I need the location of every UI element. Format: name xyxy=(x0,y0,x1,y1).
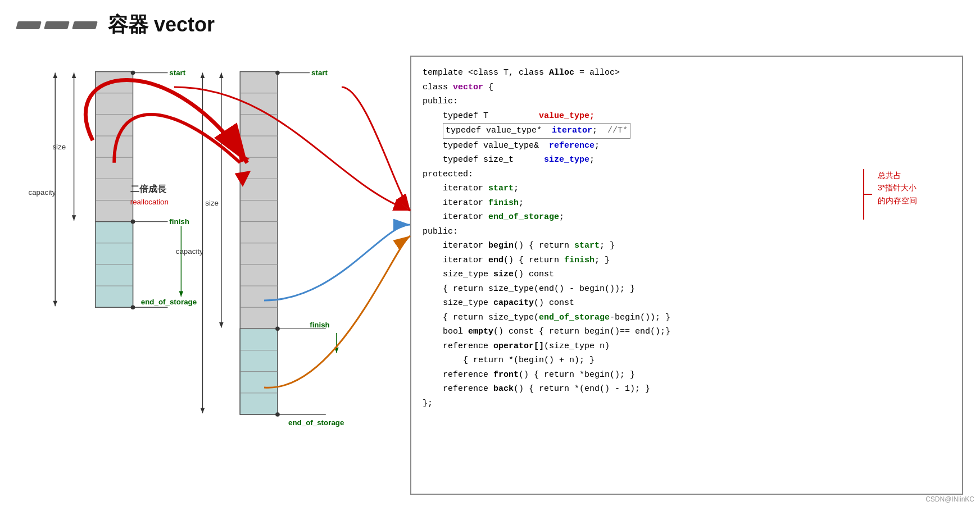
code-line-13: iterator begin() { return start; } xyxy=(423,239,951,253)
svg-text:start: start xyxy=(311,69,328,77)
icon-bar-2 xyxy=(44,21,70,29)
svg-text:size: size xyxy=(52,143,66,151)
svg-text:capacity: capacity xyxy=(29,188,56,197)
svg-text:start: start xyxy=(169,69,185,77)
svg-text:size: size xyxy=(205,199,219,207)
svg-marker-62 xyxy=(201,73,205,79)
header: 容器 vector xyxy=(17,11,963,39)
page-title: 容器 vector xyxy=(108,11,215,39)
code-line-14: iterator end() { return finish; } xyxy=(423,253,951,268)
code-line-19: bool empty() const { return begin()== en… xyxy=(423,325,951,339)
svg-point-27 xyxy=(131,305,135,309)
svg-point-57 xyxy=(275,327,280,331)
svg-marker-63 xyxy=(201,408,205,414)
code-line-18: { return size_type(end_of_storage-begin(… xyxy=(423,311,951,325)
svg-point-50 xyxy=(275,71,280,75)
svg-point-20 xyxy=(131,220,135,224)
content-area: start size finish capacity xyxy=(17,56,963,495)
diagram-area: start size finish capacity xyxy=(17,56,399,495)
svg-marker-69 xyxy=(235,171,251,187)
code-line-16: { return size_type(end() - begin()); } xyxy=(423,282,951,297)
svg-text:capacity: capacity xyxy=(176,247,203,256)
code-line-2: class vector { xyxy=(423,80,951,95)
svg-marker-17 xyxy=(72,215,76,221)
svg-point-66 xyxy=(275,412,280,417)
watermark: CSDN@INlinKC xyxy=(925,495,974,503)
svg-text:finish: finish xyxy=(169,217,189,226)
code-line-6: typedef value_type& reference; xyxy=(423,139,951,153)
code-line-7: typedef size_t size_type; xyxy=(423,153,951,167)
code-line-4: typedef T value_type; xyxy=(423,109,951,124)
svg-text:end_of_storage: end_of_storage xyxy=(288,418,344,427)
svg-rect-8 xyxy=(96,222,133,308)
svg-marker-23 xyxy=(53,73,57,79)
svg-marker-29 xyxy=(179,291,184,297)
total-label: 总共占 3*指针大小 的内存空间 xyxy=(878,169,917,207)
svg-rect-0 xyxy=(96,72,133,308)
svg-marker-59 xyxy=(334,348,339,353)
code-line-15: size_type size() const xyxy=(423,267,951,282)
code-panel: template <class T, class Alloc = alloc> … xyxy=(410,56,963,495)
svg-point-13 xyxy=(131,71,135,75)
code-line-5: typedef value_type* iterator; //T* xyxy=(423,123,951,139)
code-line-22: reference front() { return *begin(); } xyxy=(423,368,951,382)
code-line-20: reference operator[](size_type n) xyxy=(423,339,951,354)
svg-text:finish: finish xyxy=(310,321,330,329)
total-label-container: 总共占 3*指针大小 的内存空间 xyxy=(861,166,951,228)
svg-rect-31 xyxy=(240,72,278,414)
svg-marker-54 xyxy=(219,322,224,328)
svg-text:end_of_storage: end_of_storage xyxy=(141,298,197,306)
code-line-23: reference back() { return *(end() - 1); … xyxy=(423,382,951,396)
svg-marker-53 xyxy=(219,73,224,79)
svg-marker-16 xyxy=(72,73,76,79)
svg-marker-68 xyxy=(234,153,249,166)
svg-text:二倍成長: 二倍成長 xyxy=(130,184,167,194)
header-icons xyxy=(17,21,97,29)
icon-bar-3 xyxy=(72,21,98,29)
svg-text:reallocation: reallocation xyxy=(130,198,169,206)
main-container: 容器 vector xyxy=(0,0,980,506)
code-line-17: size_type capacity() const xyxy=(423,296,951,311)
code-line-1: template <class T, class Alloc = alloc> xyxy=(423,66,951,80)
code-line-24: }; xyxy=(423,396,951,411)
icon-bar-1 xyxy=(16,21,42,29)
svg-rect-45 xyxy=(240,329,278,414)
svg-marker-24 xyxy=(53,301,57,307)
code-line-21: { return *(begin() + n); } xyxy=(423,353,951,368)
code-line-3: public: xyxy=(423,94,951,109)
